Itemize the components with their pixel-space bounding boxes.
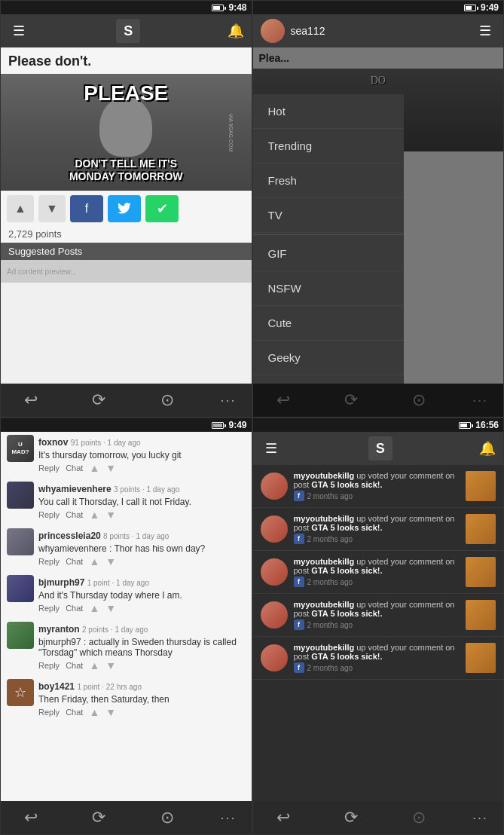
comment-downvote[interactable]: ▼ — [105, 602, 116, 614]
chat-button[interactable]: Chat — [66, 557, 83, 566]
meme-container: PLEASE DON'T TELL ME IT'S MONDAY TOMORRO… — [1, 74, 252, 191]
comment-body: boy1421 1 point · 22 hrs agoThen Friday,… — [38, 679, 246, 718]
upvote-button[interactable]: ▲ — [7, 195, 34, 222]
bottom-nav-3: ↩ ⟳ ⊙ ··· — [1, 801, 252, 834]
back-icon-4[interactable]: ↩ — [268, 808, 298, 827]
watermark: VIA 9GAG.COM — [228, 113, 234, 151]
drawer-item-cosplay[interactable]: Cosplay — [253, 375, 404, 384]
share-icon-3[interactable]: ⊙ — [152, 808, 182, 827]
share-icon[interactable]: ⊙ — [152, 390, 182, 410]
notif-time: 2 months ago — [307, 578, 353, 586]
notification-item[interactable]: myyoutubekillg up voted your comment on … — [253, 551, 504, 594]
notif-thumbnail — [466, 471, 496, 501]
comment-upvote[interactable]: ▲ — [89, 659, 99, 671]
refresh-icon[interactable]: ⟳ — [84, 390, 114, 410]
post-title: Please don't. — [1, 47, 252, 74]
panel-notifications: 16:56 ☰ S 🔔 myyoutubekillg up voted your… — [252, 418, 505, 835]
drawer-item-tv[interactable]: TV — [253, 198, 404, 233]
comment-meta: 2 points · 1 day ago — [82, 625, 148, 634]
more-icon-4[interactable]: ··· — [472, 810, 488, 826]
bottom-nav-4: ↩ ⟳ ⊙ ··· — [253, 801, 504, 834]
drawer-item-gif[interactable]: GIF — [253, 237, 404, 271]
comment-upvote[interactable]: ▲ — [89, 602, 99, 614]
user-avatar — [261, 19, 285, 43]
comment-username: foxnov — [38, 437, 71, 448]
chat-button[interactable]: Chat — [66, 661, 83, 670]
reply-button[interactable]: Reply — [38, 557, 60, 566]
notif-body: myyoutubekillg up voted your comment on … — [294, 514, 460, 544]
nav-bar-1: ☰ S 🔔 — [1, 14, 252, 47]
facebook-share-button[interactable]: f — [70, 195, 103, 222]
meme-top-text: PLEASE — [84, 81, 168, 106]
twitter-share-button[interactable] — [108, 195, 141, 222]
drawer-item-fresh[interactable]: Fresh — [253, 164, 404, 198]
comment-downvote[interactable]: ▼ — [105, 462, 116, 474]
drawer-item-nsfw[interactable]: NSFW — [253, 271, 404, 306]
comment-avatar — [7, 482, 34, 509]
comment-avatar — [7, 575, 34, 602]
back-icon[interactable]: ↩ — [16, 390, 46, 410]
comment-upvote[interactable]: ▲ — [89, 509, 99, 521]
notif-time: 2 months ago — [307, 621, 353, 629]
notification-item[interactable]: myyoutubekillg up voted your comment on … — [253, 465, 504, 508]
comment-avatar: ☆ — [7, 679, 34, 706]
drawer-item-cute[interactable]: Cute — [253, 306, 404, 341]
back-icon-3[interactable]: ↩ — [16, 808, 46, 827]
hamburger-icon-2[interactable]: ☰ — [475, 23, 496, 39]
reply-button[interactable]: Reply — [38, 510, 60, 519]
comment-upvote[interactable]: ▲ — [89, 555, 99, 567]
drawer-item-hot[interactable]: Hot — [253, 94, 404, 129]
status-bar-4: 16:56 — [253, 418, 504, 432]
notification-item[interactable]: myyoutubekillg up voted your comment on … — [253, 594, 504, 637]
reply-button[interactable]: Reply — [38, 463, 60, 473]
suggested-posts-label: Suggested Posts — [1, 243, 252, 260]
comment-item: whyamievenhere 3 points · 1 day agoYou c… — [7, 482, 246, 521]
comment-upvote[interactable]: ▲ — [89, 706, 99, 718]
comment-item: myranton 2 points · 1 day agobjmurph97 :… — [7, 622, 246, 671]
more-icon-3[interactable]: ··· — [220, 810, 236, 826]
suggested-preview: Ad content preview... — [1, 260, 252, 283]
notification-item[interactable]: myyoutubekillg up voted your comment on … — [253, 637, 504, 680]
drawer-item-geeky[interactable]: Geeky — [253, 341, 404, 375]
comment-downvote[interactable]: ▼ — [105, 659, 116, 671]
battery-icon-2 — [464, 5, 476, 11]
comment-item: ☆boy1421 1 point · 22 hrs agoThen Friday… — [7, 679, 246, 718]
drawer-item-trending[interactable]: Trending — [253, 129, 404, 164]
chat-button[interactable]: Chat — [66, 708, 83, 717]
bottom-nav-1: ↩ ⟳ ⊙ ··· — [1, 384, 252, 417]
whatsapp-share-button[interactable]: ✔ — [145, 195, 179, 222]
meme-bottom-text: DON'T TELL ME IT'S MONDAY TOMORROW — [69, 158, 183, 183]
refresh-icon-3[interactable]: ⟳ — [84, 808, 114, 827]
more-icon[interactable]: ··· — [220, 393, 236, 408]
chat-button[interactable]: Chat — [66, 604, 83, 613]
reply-button[interactable]: Reply — [38, 708, 60, 717]
comment-downvote[interactable]: ▼ — [105, 706, 116, 718]
time-3: 9:49 — [228, 420, 246, 430]
chat-button[interactable]: Chat — [66, 510, 83, 519]
comment-item: bjmurph97 1 point · 1 day agoAnd it's Th… — [7, 575, 246, 614]
username-label: sea112 — [291, 25, 325, 37]
refresh-icon-4[interactable]: ⟳ — [336, 808, 366, 827]
chat-button[interactable]: Chat — [66, 463, 83, 473]
hamburger-icon-4[interactable]: ☰ — [261, 440, 282, 457]
comment-downvote[interactable]: ▼ — [105, 555, 116, 567]
comment-text: whyamievenhere : Thor has his own day? — [38, 543, 246, 554]
downvote-button[interactable]: ▼ — [38, 195, 66, 222]
bell-icon-4[interactable]: 🔔 — [479, 440, 496, 457]
bell-icon[interactable]: 🔔 — [228, 23, 244, 39]
notif-time: 2 months ago — [307, 664, 353, 672]
facebook-icon: f — [294, 577, 304, 587]
comment-text: Then Friday, then Saturday, then — [38, 694, 246, 705]
comment-username: bjmurph97 — [38, 577, 87, 588]
status-bar-3: 9:49 — [1, 418, 252, 432]
reply-button[interactable]: Reply — [38, 661, 60, 670]
comment-meta: 3 points · 1 day ago — [114, 485, 179, 494]
notification-item[interactable]: myyoutubekillg up voted your comment on … — [253, 508, 504, 551]
baby-silhouette — [99, 96, 152, 157]
comment-upvote[interactable]: ▲ — [89, 462, 99, 474]
comment-downvote[interactable]: ▼ — [105, 509, 116, 521]
reply-button[interactable]: Reply — [38, 604, 60, 613]
status-bar-2: 9:49 — [253, 1, 504, 14]
hamburger-icon[interactable]: ☰ — [8, 23, 29, 39]
share-icon-4[interactable]: ⊙ — [404, 808, 434, 827]
